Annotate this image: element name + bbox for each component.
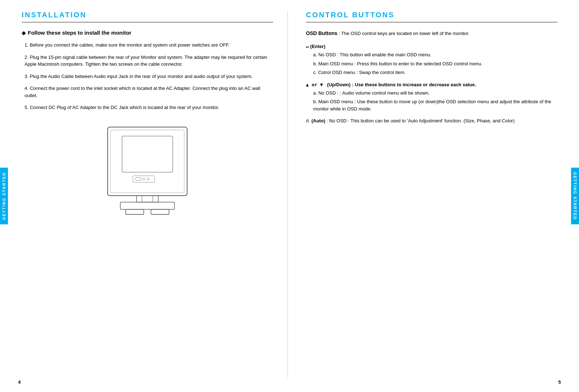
osd-intro: OSD Buttons : The OSD control keys are l…	[306, 30, 557, 37]
control-buttons-title: CONTROL BUTTONS	[306, 11, 557, 19]
step-1-text: Before you connect the cables, make sure…	[30, 42, 229, 48]
right-side-tab: GETTING STARTED	[571, 167, 579, 224]
enter-symbol: ↵	[306, 44, 309, 49]
svg-rect-0	[108, 127, 187, 196]
enter-label-text: (Enter)	[310, 44, 325, 49]
svg-rect-9	[120, 202, 174, 209]
step-3-text: Plug the Audio Cable between Audio input…	[30, 74, 252, 79]
step-1: 1. Before you connect the cables, make s…	[22, 42, 273, 49]
step-5-text: Connect DC Plug of AC Adapter to the DC …	[30, 105, 219, 110]
enter-item-a: No OSD : This button will enable the mai…	[313, 51, 557, 58]
step-4: 4. Connect the power cord to the inlet s…	[22, 85, 273, 99]
svg-rect-4	[133, 176, 155, 182]
updown-desc: : Use these buttons to increase or decre…	[352, 82, 476, 87]
enter-label: ↵ (Enter)	[306, 44, 557, 49]
left-side-tab: GETTING STARTED	[0, 167, 8, 224]
enter-item-b: Main OSD menu : Press this button to ent…	[313, 60, 557, 67]
osd-desc: : The OSD control keys are located on lo…	[339, 31, 470, 36]
osd-title: OSD Buttons	[306, 30, 337, 36]
updown-label: ▲ or ▼ (Up/Down) : Use these buttons to …	[306, 82, 557, 87]
enter-group: ↵ (Enter) No OSD : This button will enab…	[306, 44, 557, 76]
auto-label: A (Auto) : No OSD : This button can be u…	[306, 118, 557, 123]
svg-point-6	[147, 178, 149, 180]
svg-rect-11	[126, 209, 144, 214]
page-number-right: 5	[558, 379, 561, 385]
follow-heading-text: Follow these steps to install the monito…	[28, 30, 131, 36]
step-5: 5. Connect DC Plug of AC Adapter to the …	[22, 104, 273, 111]
svg-rect-12	[151, 209, 169, 214]
updown-item-a: No OSD : : Audio volume control menu wil…	[313, 90, 557, 97]
step-2-text: Plug the 15-pin signal cable between the…	[25, 55, 267, 67]
step-2: 2. Plug the 15-pin signal cable between …	[22, 54, 273, 68]
updown-item-b: Main OSD menu : Use these button to move…	[313, 98, 557, 112]
auto-prefix: A	[306, 118, 309, 123]
svg-rect-1	[111, 130, 184, 193]
auto-label-text: (Auto)	[311, 118, 325, 123]
step-4-text: Connect the power cord to the inlet sock…	[25, 86, 260, 98]
installation-title: INSTALLATION	[22, 11, 273, 19]
monitor-svg	[97, 120, 198, 235]
auto-desc: : No OSD : This button can be used to 'A…	[327, 118, 515, 123]
svg-rect-10	[142, 196, 153, 202]
monitor-illustration	[22, 120, 273, 235]
follow-heading: ◆ Follow these steps to install the moni…	[22, 30, 273, 36]
auto-group: A (Auto) : No OSD : This button can be u…	[306, 118, 557, 123]
enter-item-c: Cotrol OSD menu : Swap the control item.	[313, 69, 557, 76]
control-buttons-section: CONTROL BUTTONS OSD Buttons : The OSD co…	[288, 11, 565, 378]
enter-sub-list: No OSD : This button will enable the mai…	[306, 51, 557, 76]
installation-divider	[22, 22, 273, 22]
updown-sub-list: No OSD : : Audio volume control menu wil…	[306, 90, 557, 113]
page-numbers: 4 5	[0, 379, 579, 385]
updown-symbol: ▲ or ▼	[306, 82, 323, 87]
updown-group: ▲ or ▼ (Up/Down) : Use these buttons to …	[306, 82, 557, 113]
updown-label-text: (Up/Down)	[327, 82, 351, 87]
svg-point-5	[143, 178, 145, 180]
svg-rect-7	[136, 178, 141, 180]
step-list: 1. Before you connect the cables, make s…	[22, 42, 273, 111]
control-buttons-divider	[306, 22, 557, 22]
step-3: 3. Plug the Audio Cable between Audio in…	[22, 73, 273, 80]
bullet-diamond-icon: ◆	[22, 30, 26, 36]
svg-rect-2	[122, 136, 173, 172]
svg-rect-8	[137, 196, 158, 202]
page-container: GETTING STARTED GETTING STARTED INSTALLA…	[0, 0, 579, 392]
installation-section: INSTALLATION ◆ Follow these steps to ins…	[14, 11, 288, 378]
page-number-left: 4	[18, 379, 21, 385]
